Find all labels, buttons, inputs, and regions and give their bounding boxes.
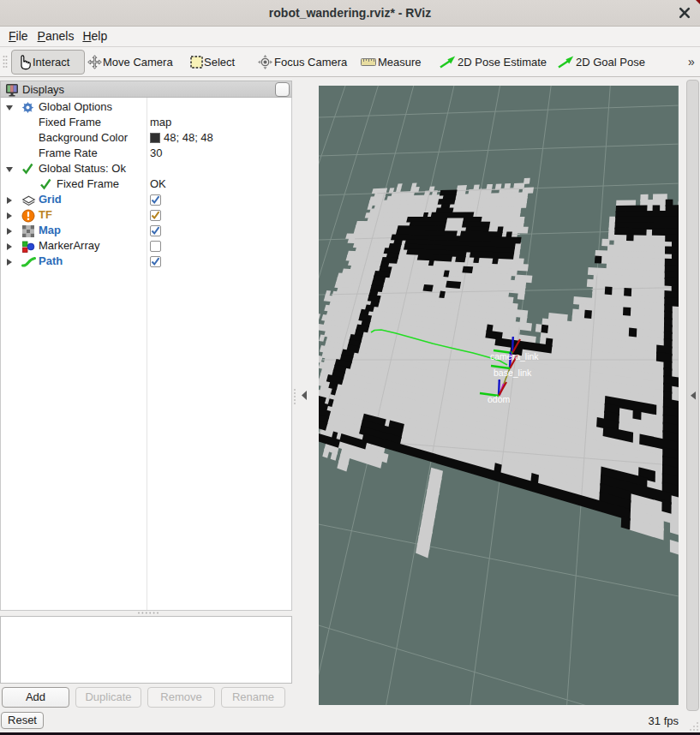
svg-text:base_link: base_link: [494, 368, 532, 378]
svg-text:camera_link: camera_link: [490, 351, 539, 362]
svg-text:odom: odom: [488, 394, 511, 404]
